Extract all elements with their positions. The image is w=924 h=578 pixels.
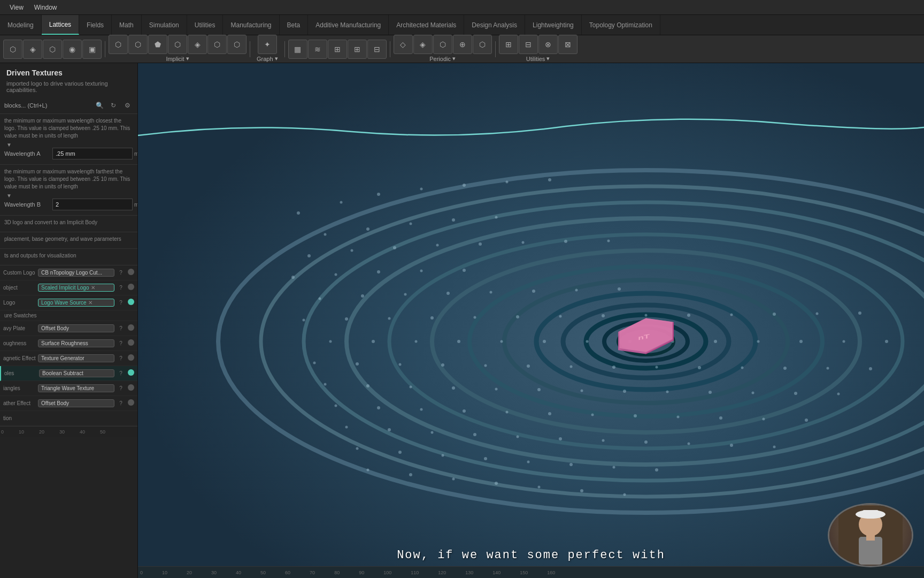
implicit-group: ⬡ ⬡ ⬟ ⬡ ◈ ⬡ ⬡ bbox=[109, 35, 247, 54]
roughness-info[interactable]: ? bbox=[117, 339, 125, 348]
magnetic-info[interactable]: ? bbox=[117, 354, 125, 363]
periodic-btn-2[interactable]: ◈ bbox=[413, 35, 433, 54]
custom-logo-info[interactable]: ? bbox=[117, 269, 125, 277]
svg-point-27 bbox=[351, 249, 353, 252]
svg-point-39 bbox=[319, 298, 321, 300]
refresh-icon[interactable]: ↻ bbox=[107, 100, 119, 111]
implicit-btn-5[interactable]: ◈ bbox=[188, 35, 207, 54]
wavelength-b-input[interactable] bbox=[52, 199, 133, 210]
holes-info[interactable]: ? bbox=[117, 369, 125, 378]
tab-beta[interactable]: Beta bbox=[280, 15, 309, 35]
toolbar-btn-2[interactable]: ◈ bbox=[23, 40, 42, 59]
graph-dropdown[interactable]: Graph ▾ bbox=[253, 54, 281, 63]
tb-hash[interactable]: ▦ bbox=[288, 40, 307, 59]
tab-lightweighting[interactable]: Lightweighting bbox=[525, 15, 582, 35]
tab-lattices[interactable]: Lattices bbox=[42, 15, 79, 35]
triangles-info[interactable]: ? bbox=[117, 384, 125, 393]
wavy-plate-icons: ? bbox=[117, 324, 134, 333]
svg-point-121 bbox=[644, 440, 648, 444]
leather-info[interactable]: ? bbox=[117, 399, 125, 408]
left-panel: Driven Textures imported logo to drive v… bbox=[0, 63, 138, 578]
expand-2[interactable]: ▼ bbox=[6, 193, 133, 199]
svg-point-42 bbox=[446, 292, 450, 295]
tb-grid1[interactable]: ⊞ bbox=[328, 40, 347, 59]
implicit-dropdown[interactable]: Implicit ▾ bbox=[163, 54, 192, 63]
util-btn-3[interactable]: ⊗ bbox=[538, 35, 558, 54]
svg-point-66 bbox=[543, 340, 546, 343]
scaled-icons: ? bbox=[117, 284, 134, 292]
tb-wave[interactable]: ≋ bbox=[308, 40, 327, 59]
toolbar-btn-5[interactable]: ▣ bbox=[82, 40, 102, 59]
swatch-triangles[interactable]: iangles Triangle Wave Texture ? bbox=[0, 381, 137, 396]
svg-point-138 bbox=[580, 489, 583, 492]
implicit-btn-1[interactable]: ⬡ bbox=[109, 35, 128, 54]
tab-math[interactable]: Math bbox=[112, 15, 142, 35]
triangles-icons: ? bbox=[117, 384, 134, 393]
util-btn-2[interactable]: ⊟ bbox=[519, 35, 538, 54]
leather-tag: Offset Body bbox=[38, 399, 114, 407]
wavelength-b-row: Wavelength B mm ? bbox=[4, 199, 133, 210]
tab-modeling[interactable]: Modeling bbox=[0, 15, 42, 35]
implicit-btn-4[interactable]: ⬡ bbox=[168, 35, 187, 54]
implicit-btn-6[interactable]: ⬡ bbox=[207, 35, 227, 54]
toolbar-btn-1[interactable]: ⬡ bbox=[3, 40, 22, 59]
scaled-tag-remove[interactable]: ✕ bbox=[91, 285, 95, 291]
svg-point-96 bbox=[623, 390, 626, 393]
wavy-plate-dot bbox=[128, 324, 134, 331]
svg-point-46 bbox=[618, 287, 621, 291]
svg-point-128 bbox=[484, 457, 487, 460]
svg-point-81 bbox=[570, 366, 573, 368]
settings-icon[interactable]: ⚙ bbox=[121, 100, 133, 111]
svg-point-135 bbox=[452, 478, 455, 481]
wavy-plate-info[interactable]: ? bbox=[117, 324, 125, 333]
swatch-wavy-plate[interactable]: avy Plate Offset Body ? bbox=[0, 321, 137, 336]
logo-wave-remove[interactable]: ✕ bbox=[88, 300, 93, 306]
swatch-roughness[interactable]: oughness Surface Roughness ? bbox=[0, 336, 137, 351]
implicit-btn-3[interactable]: ⬟ bbox=[148, 35, 167, 54]
toolbar-btn-4[interactable]: ◉ bbox=[63, 40, 82, 59]
block-scaled-implicit[interactable]: object Scaled Implicit Logo ✕ ? bbox=[0, 280, 137, 295]
tab-simulation[interactable]: Simulation bbox=[142, 15, 187, 35]
tab-architected[interactable]: Architected Materials bbox=[389, 15, 464, 35]
svg-point-122 bbox=[688, 443, 690, 445]
viewport[interactable]: nT Now, if we want some perfect with 0 1… bbox=[138, 63, 924, 578]
swatch-holes[interactable]: oles Boolean Subtract ? bbox=[0, 366, 137, 381]
scaled-info[interactable]: ? bbox=[117, 284, 125, 292]
block-custom-logo[interactable]: Custom Logo CB nTopology Logo Cut... ? bbox=[0, 265, 137, 280]
tab-design-analysis[interactable]: Design Analysis bbox=[464, 15, 525, 35]
block-logo-wave[interactable]: Logo Logo Wave Source ✕ ? bbox=[0, 295, 137, 310]
util-btn-1[interactable]: ⊞ bbox=[499, 35, 518, 54]
graph-btn-1[interactable]: ✦ bbox=[258, 35, 277, 54]
periodic-btn-1[interactable]: ◇ bbox=[394, 35, 413, 54]
swatch-magnetic[interactable]: agnetic Effect Texture Generator ? bbox=[0, 351, 137, 366]
svg-point-105 bbox=[463, 409, 466, 413]
svg-point-134 bbox=[409, 473, 412, 476]
util-btn-4[interactable]: ⊠ bbox=[558, 35, 578, 54]
periodic-btn-4[interactable]: ⊕ bbox=[453, 35, 472, 54]
svg-point-130 bbox=[569, 463, 573, 466]
wavelength-a-input[interactable] bbox=[52, 148, 133, 159]
periodic-btn-3[interactable]: ⬡ bbox=[433, 35, 452, 54]
svg-point-80 bbox=[527, 364, 530, 368]
expand-1[interactable]: ▼ bbox=[6, 142, 133, 148]
menu-window[interactable]: Window bbox=[29, 2, 63, 13]
roughness-tag: Surface Roughness bbox=[38, 339, 114, 347]
implicit-btn-7[interactable]: ⬡ bbox=[227, 35, 247, 54]
implicit-btn-2[interactable]: ⬡ bbox=[128, 35, 148, 54]
toolbar-btn-3[interactable]: ⬡ bbox=[43, 40, 62, 59]
tab-utilities[interactable]: Utilities bbox=[187, 15, 224, 35]
tab-additive[interactable]: Additive Manufacturing bbox=[308, 15, 389, 35]
menu-view[interactable]: View bbox=[4, 2, 29, 13]
tb-grid2[interactable]: ⊞ bbox=[348, 40, 367, 59]
swatch-leather[interactable]: ather Effect Offset Body ? bbox=[0, 396, 137, 411]
periodic-btn-5[interactable]: ⬡ bbox=[473, 35, 492, 54]
search-icon[interactable]: 🔍 bbox=[94, 100, 105, 111]
svg-point-98 bbox=[709, 391, 712, 394]
logo-wave-info[interactable]: ? bbox=[117, 299, 125, 307]
tab-fields[interactable]: Fields bbox=[79, 15, 112, 35]
utilities-dropdown[interactable]: Utilities ▾ bbox=[523, 54, 553, 63]
tab-manufacturing[interactable]: Manufacturing bbox=[223, 15, 279, 35]
tb-grid3[interactable]: ⊟ bbox=[367, 40, 387, 59]
periodic-dropdown[interactable]: Periodic ▾ bbox=[426, 54, 459, 63]
tab-topology[interactable]: Topology Optimization bbox=[582, 15, 660, 35]
